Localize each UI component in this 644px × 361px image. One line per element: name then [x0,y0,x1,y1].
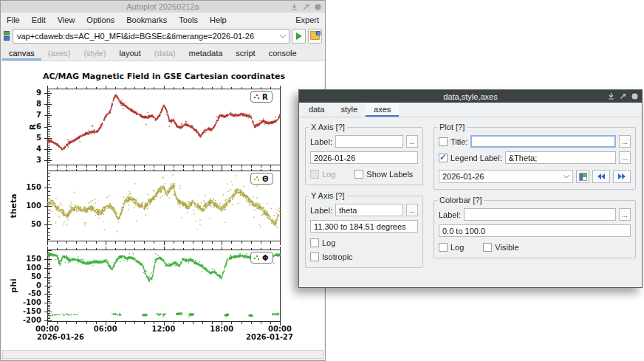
y-axis-group-title: Y Axis [?] [309,191,347,200]
plot-panel-theta[interactable] [43,165,281,247]
resize-icon[interactable] [303,4,309,10]
legend-symbol-dots [253,255,260,261]
close-icon[interactable] [631,93,638,100]
y-axis-range-input[interactable]: 11.300 to 184.51 degrees [310,220,418,233]
show-labels-label: Show Labels [366,170,413,179]
status-bar [2,350,323,359]
timerange-chevron-icon [561,175,572,179]
main-titlebar[interactable]: Autoplot 20260212a [1,1,325,13]
uri-input[interactable] [13,32,277,41]
colorbar-log-label: Log [451,243,464,252]
timerange-calendar-button[interactable] [576,170,589,183]
x-axis-log-label: Log [322,170,335,179]
legend-label-caption: Legend Label: [451,154,502,162]
tab-canvas[interactable]: canvas [2,47,41,61]
x-axis-log-checkbox[interactable] [310,170,319,179]
plot-title-checkbox[interactable] [439,137,448,146]
expert-mode-label[interactable]: Expert [295,16,319,24]
timerange-value: 2026-01-26 [439,172,561,181]
ytick-label-R: 9 [1,89,41,97]
plot-title-more-button[interactable]: ... [619,135,631,148]
dialog-tab-style[interactable]: style [332,103,366,117]
plot-legend-R[interactable]: R [250,91,273,103]
plot-legend-phi[interactable]: Φ [250,252,273,264]
tab-script[interactable]: script [229,47,261,61]
y-axis-log-label: Log [322,238,335,247]
tab-metadata[interactable]: metadata [182,47,229,61]
x-axis-range-input[interactable]: 2026-01-26 [310,151,418,164]
isotropic-checkbox[interactable] [310,252,319,261]
pin-icon[interactable] [608,93,614,100]
plot-title-input[interactable] [470,135,616,148]
x-axis-label-input[interactable] [335,135,403,148]
tab-console[interactable]: console [262,47,304,61]
xtick-time-label: 18:00 [199,325,244,333]
xtick-date-label: 2026-01-26 [37,333,84,341]
plot-panel-phi[interactable] [43,244,281,328]
plot-legend-theta[interactable]: Θ [250,173,273,185]
dialog-tabbar: data style axes [299,103,642,117]
show-labels-checkbox[interactable] [354,170,363,179]
uri-dropdown-chevron-icon[interactable] [277,35,289,38]
menu-bookmarks[interactable]: Bookmarks [126,16,167,24]
x-axis-label-more-button[interactable]: ... [406,135,418,148]
inspect-uri-button[interactable] [308,29,322,44]
menu-tools[interactable]: Tools [179,16,198,24]
xtick-date-label: 2026-01-27 [246,333,293,341]
timerange-combo[interactable]: 2026-01-26 [439,170,573,183]
y-axis-group: Y Axis [?] Label: theta ... 11.300 to 18… [305,196,423,268]
y-axis-log-checkbox[interactable] [310,238,319,247]
colorbar-label-more-button[interactable]: ... [619,208,631,221]
dialog-tab-data[interactable]: data [301,103,332,117]
window-title: Autoplot 20260212a [126,2,199,11]
menu-options[interactable]: Options [86,16,114,24]
menu-view[interactable]: View [58,16,75,24]
next-interval-button[interactable] [613,170,631,183]
ytick-label-phi: 0 [1,281,41,289]
plot-panel-R[interactable] [43,83,281,171]
legend-label-checkbox[interactable] [439,154,448,162]
go-button[interactable] [292,29,306,44]
ytick-label-R: 4 [1,145,41,153]
legend-label-more-button[interactable]: ... [619,151,631,164]
dialog-titlebar[interactable]: data,style,axes [299,90,642,103]
dialog-tab-axes[interactable]: axes [366,103,399,117]
y-axis-label-input[interactable]: theta [335,204,403,216]
pin-icon[interactable] [291,4,298,10]
ytick-label-phi: -50 [1,289,41,298]
plot-group: Plot [?] Title: ... Legend Label: &Theta… [434,127,636,190]
legend-symbol-text: R [262,93,268,101]
x-axis-group: X Axis [?] Label: ... 2026-01-26 Log Sho… [305,127,423,185]
close-icon[interactable] [315,4,321,10]
legend-symbol-text: Φ [262,254,269,262]
ytick-label-R: 5 [1,134,41,142]
ytick-label-phi: 50 [1,272,41,281]
plot-canvas-area[interactable]: AC/MAG Magnetic Field in GSE Cartesian c… [1,61,324,350]
colorbar-visible-checkbox[interactable] [483,243,492,252]
menubar: File Edit View Options Bookmarks Tools H… [1,13,325,27]
tab-layout[interactable]: layout [112,47,147,61]
xtick-time-label: 00:00 [25,325,69,333]
prev-interval-button[interactable] [592,170,610,183]
menu-file[interactable]: File [7,16,20,24]
colorbar-range-input[interactable]: 0.0 to 100.0 [439,224,631,237]
resize-icon[interactable] [620,93,626,100]
tab-style[interactable]: (style) [77,47,112,61]
y-axis-label-more-button[interactable]: ... [406,204,418,216]
tab-data[interactable]: (data) [148,47,182,61]
legend-label-input[interactable]: &Theta; [505,151,616,164]
axes-dialog: data,style,axes data style axes X Axis [… [298,89,643,288]
ytick-label-phi: -200 [1,316,41,324]
ytick-label-R: 3 [1,156,41,164]
colorbar-log-checkbox[interactable] [439,243,448,252]
menu-edit[interactable]: Edit [32,16,46,24]
colorbar-label-input[interactable] [464,208,616,221]
colorbar-group-title: Colorbar [?] [437,196,484,204]
xtick-time-label: 00:00 [258,325,302,333]
tab-axes[interactable]: (axes) [41,47,78,61]
folder-icon [310,32,320,40]
plot-group-title: Plot [?] [437,123,467,131]
ytick-label-R: 8 [1,100,41,108]
ytick-label-R: 6 [1,123,41,131]
menu-help[interactable]: Help [210,16,227,24]
